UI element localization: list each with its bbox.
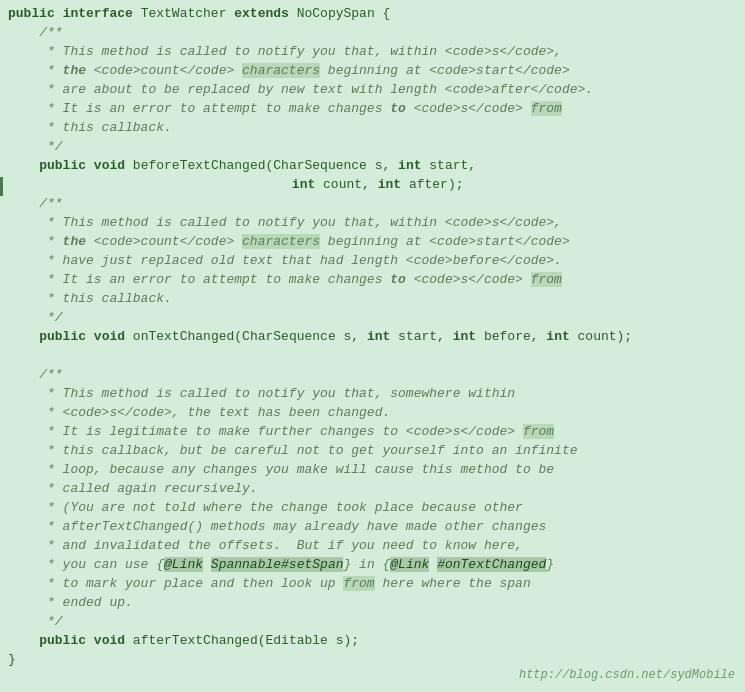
- line-content-8: */: [0, 139, 737, 154]
- code-line-23: * It is legitimate to make further chang…: [0, 424, 745, 443]
- line-content-23: * It is legitimate to make further chang…: [0, 424, 737, 439]
- code-line-1: public interface TextWatcher extends NoC…: [0, 6, 745, 25]
- line-content-21: * This method is called to notify you th…: [0, 386, 737, 401]
- code-line-20: /**: [0, 367, 745, 386]
- code-line-32: * ended up.: [0, 595, 745, 614]
- code-line-4: * the <code>count</code> characters begi…: [0, 63, 745, 82]
- code-line-33: */: [0, 614, 745, 633]
- line-content-27: * (You are not told where the change too…: [0, 500, 737, 515]
- code-line-30: * you can use {@Link Spannable#setSpan} …: [0, 557, 745, 576]
- watermark: http://blog.csdn.net/sydMobile: [519, 668, 735, 682]
- code-line-10: int count, int after);: [0, 177, 745, 196]
- code-line-9: public void beforeTextChanged(CharSequen…: [0, 158, 745, 177]
- code-line-3: * This method is called to notify you th…: [0, 44, 745, 63]
- line-content-34: public void afterTextChanged(Editable s)…: [0, 633, 737, 648]
- code-line-29: * and invalidated the offsets. But if yo…: [0, 538, 745, 557]
- line-content-16: * this callback.: [0, 291, 737, 306]
- code-line-25: * loop, because any changes you make wil…: [0, 462, 745, 481]
- line-content-13: * the <code>count</code> characters begi…: [0, 234, 737, 249]
- code-line-18: public void onTextChanged(CharSequence s…: [0, 329, 745, 348]
- line-content-11: /**: [0, 196, 737, 211]
- line-content-17: */: [0, 310, 737, 325]
- line-content-6: * It is an error to attempt to make chan…: [0, 101, 737, 116]
- line-content-26: * called again recursively.: [0, 481, 737, 496]
- code-line-12: * This method is called to notify you th…: [0, 215, 745, 234]
- code-line-31: * to mark your place and then look up fr…: [0, 576, 745, 595]
- line-content-19: [0, 348, 737, 363]
- code-line-5: * are about to be replaced by new text w…: [0, 82, 745, 101]
- code-line-24: * this callback, but be careful not to g…: [0, 443, 745, 462]
- code-line-6: * It is an error to attempt to make chan…: [0, 101, 745, 120]
- line-content-14: * have just replaced old text that had l…: [0, 253, 737, 268]
- line-content-12: * This method is called to notify you th…: [0, 215, 737, 230]
- line-content-9: public void beforeTextChanged(CharSequen…: [0, 158, 737, 173]
- code-line-8: */: [0, 139, 745, 158]
- code-line-21: * This method is called to notify you th…: [0, 386, 745, 405]
- line-content-7: * this callback.: [0, 120, 737, 135]
- code-line-7: * this callback.: [0, 120, 745, 139]
- line-content-3: * This method is called to notify you th…: [0, 44, 737, 59]
- line-content-15: * It is an error to attempt to make chan…: [0, 272, 737, 287]
- code-line-16: * this callback.: [0, 291, 745, 310]
- line-content-5: * are about to be replaced by new text w…: [0, 82, 737, 97]
- code-container: public interface TextWatcher extends NoC…: [0, 0, 745, 692]
- line-content-31: * to mark your place and then look up fr…: [0, 576, 737, 591]
- line-content-18: public void onTextChanged(CharSequence s…: [0, 329, 737, 344]
- code-line-11: /**: [0, 196, 745, 215]
- code-line-2: /**: [0, 25, 745, 44]
- line-content-32: * ended up.: [0, 595, 737, 610]
- code-line-27: * (You are not told where the change too…: [0, 500, 745, 519]
- line-content-22: * <code>s</code>, the text has been chan…: [0, 405, 737, 420]
- line-content-4: * the <code>count</code> characters begi…: [0, 63, 737, 78]
- code-line-17: */: [0, 310, 745, 329]
- code-line-22: * <code>s</code>, the text has been chan…: [0, 405, 745, 424]
- line-content-33: */: [0, 614, 737, 629]
- line-content-25: * loop, because any changes you make wil…: [0, 462, 737, 477]
- line-content-2: /**: [0, 25, 737, 40]
- line-content-24: * this callback, but be careful not to g…: [0, 443, 737, 458]
- code-line-15: * It is an error to attempt to make chan…: [0, 272, 745, 291]
- code-line-19: [0, 348, 745, 367]
- code-line-14: * have just replaced old text that had l…: [0, 253, 745, 272]
- line-content-10: int count, int after);: [3, 177, 737, 192]
- line-content-35: }: [0, 652, 737, 667]
- code-line-26: * called again recursively.: [0, 481, 745, 500]
- code-line-13: * the <code>count</code> characters begi…: [0, 234, 745, 253]
- line-content-29: * and invalidated the offsets. But if yo…: [0, 538, 737, 553]
- code-line-34: public void afterTextChanged(Editable s)…: [0, 633, 745, 652]
- code-line-28: * afterTextChanged() methods may already…: [0, 519, 745, 538]
- line-content-28: * afterTextChanged() methods may already…: [0, 519, 737, 534]
- line-content-30: * you can use {@Link Spannable#setSpan} …: [0, 557, 737, 572]
- line-content-1: public interface TextWatcher extends NoC…: [0, 6, 737, 21]
- line-content-20: /**: [0, 367, 737, 382]
